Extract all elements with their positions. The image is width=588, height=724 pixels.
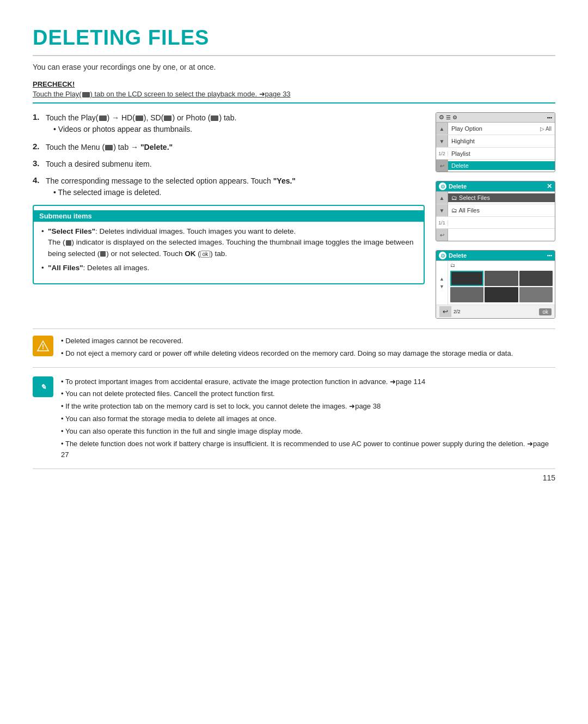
playlist-label: Playlist	[451, 150, 470, 157]
thumb-5[interactable]	[485, 287, 518, 302]
svg-text:✎: ✎	[40, 383, 46, 391]
note-item-5: You can also operate this function in th…	[61, 426, 555, 437]
screen2-title: Delete	[449, 183, 467, 190]
screen2-back-row: ↩	[436, 229, 555, 241]
step-num-4: 4.	[33, 175, 42, 199]
steps-column: 1. Touch the Play() → HD(), SD() or Phot…	[33, 112, 425, 319]
select-indicator: 🗂	[448, 261, 555, 269]
note-item-3: If the write protection tab on the memor…	[61, 401, 555, 412]
all-files-item[interactable]: 🗂 All Files	[448, 206, 555, 215]
page-number: 115	[543, 473, 555, 482]
screen1-row-3: 1/2 Playlist	[436, 148, 555, 160]
play-option-label: Play Option	[451, 125, 482, 132]
page-container: DELETING FILES You can erase your record…	[0, 0, 588, 495]
all-files-label: "All Files"	[48, 264, 83, 272]
screen-panel-3: ⚙ Delete ▪▪▪ ▲ ▼ 🗂	[436, 250, 555, 319]
thumb-4[interactable]	[450, 287, 483, 302]
submenu-box: Submenu items "Select Files": Deletes in…	[33, 205, 425, 284]
warning-icon: !	[33, 336, 53, 356]
selected-icon	[100, 251, 106, 257]
precheck-label: PRECHECK!	[33, 80, 555, 88]
screen3-icon: ⚙	[439, 252, 446, 259]
screen1-row-2: ▼ Highlight	[436, 135, 555, 148]
menu-icon	[105, 145, 113, 150]
screen2-header: ⚙ Delete ✕	[436, 181, 555, 192]
play-icon-s1	[99, 115, 107, 121]
highlight-label: Highlight	[451, 138, 475, 144]
warning-triangle-svg: !	[36, 339, 50, 352]
step-content-3: Touch a desired submenu item.	[46, 159, 152, 170]
note-pencil-svg: ✎	[36, 380, 50, 393]
nav-down-2[interactable]: ▼	[436, 204, 448, 216]
screen1-icon3: ⚙	[452, 114, 457, 120]
page-indicator-2: 1/1	[436, 220, 448, 226]
submenu-item-select-files: "Select Files": Deletes individual image…	[41, 226, 416, 259]
delete-item[interactable]: Delete ☞	[448, 161, 555, 170]
step-2: 2. Touch the Menu () tab → "Delete."	[33, 142, 425, 153]
back-btn-2[interactable]: ↩	[436, 229, 448, 241]
note-list: To protect important images from acciden…	[61, 376, 555, 461]
screen1-icon1: ⚙	[439, 114, 444, 121]
screen2-row-1: ▲ 🗂 Select Files ☞	[436, 192, 555, 204]
step-1: 1. Touch the Play() → HD(), SD() or Phot…	[33, 112, 425, 136]
select-files-item[interactable]: 🗂 Select Files ☞	[448, 193, 555, 202]
step1-bullet-1: Videos or photos appear as thumbnails.	[53, 124, 236, 135]
ok-button[interactable]: ok	[539, 308, 552, 315]
page-indicator-1: 1/2	[436, 151, 448, 156]
screen2-row-2: ▼ 🗂 All Files	[436, 204, 555, 217]
screen1-row-1: ▲ Play Option ▷ All	[436, 123, 555, 135]
step1-bullets: Videos or photos appear as thumbnails.	[53, 124, 236, 135]
thumbnail-grid	[448, 269, 555, 305]
screen3-battery: ▪▪▪	[547, 253, 552, 258]
screen3-header: ⚙ Delete ▪▪▪	[436, 251, 555, 261]
screen2-page-row: 1/1	[436, 217, 555, 229]
note-item-4: You can also format the storage media to…	[61, 413, 555, 425]
screen1-rows: ▲ Play Option ▷ All ▼ Highlight	[436, 123, 555, 172]
hd-icon	[136, 115, 143, 121]
page-indicator-3: 2/2	[454, 309, 461, 314]
note-box: ✎ To protect important images from accid…	[33, 370, 555, 470]
play-option-right: ▷ All	[540, 126, 552, 132]
step4-bullets: The selected image is deleted.	[53, 187, 296, 198]
step-num-3: 3.	[33, 159, 42, 170]
step-content-1: Touch the Play() → HD(), SD() or Photo (…	[46, 112, 236, 136]
submenu-items: "Select Files": Deletes individual image…	[41, 226, 416, 273]
nav-down-3[interactable]: ▼	[439, 284, 444, 289]
all-files-screen-label: 🗂 All Files	[451, 207, 480, 214]
note-item-2: You can not delete protected files. Canc…	[61, 388, 555, 400]
nav-up-3[interactable]: ▲	[439, 276, 444, 282]
screen1-header: ⚙ ☰ ⚙ ▪▪▪	[436, 113, 555, 123]
screen-panel-1: ⚙ ☰ ⚙ ▪▪▪ ▲ Play Option ▷ All	[436, 112, 555, 172]
precheck-text: Touch the Play() tab on the LCD screen t…	[33, 90, 555, 104]
screen2-rows: ▲ 🗂 Select Files ☞ ▼ 🗂 All Files	[436, 192, 555, 241]
screen3-nav: ▲ ▼	[436, 261, 448, 305]
thumb-6[interactable]	[519, 287, 553, 302]
submenu-title: Submenu items	[34, 210, 424, 222]
play-icon	[82, 92, 90, 98]
nav-up-btn[interactable]: ▲	[436, 123, 448, 135]
warning-list: Deleted images cannot be recovered. Do n…	[61, 336, 513, 360]
select-indicator-icon	[66, 240, 71, 246]
step-content-2: Touch the Menu () tab → "Delete."	[46, 142, 173, 153]
main-content: 1. Touch the Play() → HD(), SD() or Phot…	[33, 112, 555, 319]
thumb-2[interactable]	[485, 271, 518, 286]
thumb-1[interactable]	[450, 271, 483, 286]
step-content-4: The corresponding message to the selecte…	[46, 175, 296, 199]
step-3: 3. Touch a desired submenu item.	[33, 159, 425, 170]
subtitle: You can erase your recordings one by one…	[33, 63, 555, 71]
back-btn-3[interactable]: ↩	[439, 306, 451, 317]
warning-item-2: Do not eject a memory card or power off …	[61, 348, 513, 360]
sd-icon	[164, 115, 171, 121]
note-item-1: To protect important images from acciden…	[61, 376, 555, 388]
warning-item-1: Deleted images cannot be recovered.	[61, 336, 513, 347]
back-btn-1[interactable]: ↩	[436, 160, 448, 172]
svg-text:!: !	[42, 343, 44, 351]
nav-down-btn[interactable]: ▼	[436, 135, 448, 147]
note-icon: ✎	[33, 376, 53, 397]
thumb-3[interactable]	[519, 271, 553, 286]
playlist-item: Playlist	[448, 149, 555, 158]
screen1-row-4: ↩ Delete ☞	[436, 160, 555, 172]
screen2-icon: ⚙	[439, 182, 446, 190]
nav-up-2[interactable]: ▲	[436, 192, 448, 204]
screen1-battery: ▪▪▪	[547, 115, 552, 120]
